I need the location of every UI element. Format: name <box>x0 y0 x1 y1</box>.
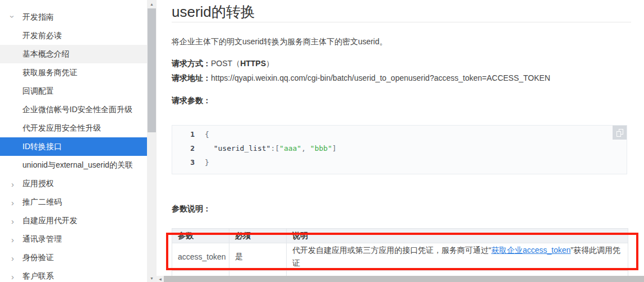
line-number: 2 <box>180 141 195 155</box>
sidebar-scrollbar[interactable]: ▲ ▼ <box>147 0 157 282</box>
sidebar-item-9[interactable]: ›应用授权 <box>0 174 147 193</box>
col-header-description: 说明 <box>287 229 628 243</box>
sidebar-item-13[interactable]: ›身份验证 <box>0 248 147 267</box>
sidebar-item-8[interactable]: unionid与external_userid的关联 <box>0 156 147 174</box>
sidebar-item-label: 企业微信帐号ID安全性全面升级 <box>22 105 132 115</box>
chevron-right-icon: › <box>11 216 14 225</box>
horizontal-scrollbar[interactable]: ◀ <box>157 276 644 282</box>
request-body-code-block: 1{2 "userid_list":["aaa", "bbb"]3} <box>172 125 627 174</box>
sidebar-item-2[interactable]: 基本概念介绍 <box>0 45 147 63</box>
code-line-2: 2 "userid_list":["aaa", "bbb"] <box>172 141 627 155</box>
chevron-right-icon: › <box>11 198 14 206</box>
chevron-right-icon: › <box>11 253 14 262</box>
page-title: userid的转换 <box>172 2 644 21</box>
intro-text: 将企业主体下的明文userid转换为服务商主体下的密文userid。 <box>172 36 631 47</box>
request-method-pre: POST（ <box>211 59 240 68</box>
code-line-1: 1{ <box>172 127 627 141</box>
sidebar-item-1[interactable]: 开发前必读 <box>0 26 147 45</box>
request-method-post: ） <box>266 59 274 68</box>
main-content: userid的转换 将企业主体下的明文userid转换为服务商主体下的密文use… <box>157 0 644 276</box>
sidebar-item-5[interactable]: 企业微信帐号ID安全性全面升级 <box>0 100 147 119</box>
sidebar-item-label: 获取服务商凭证 <box>22 68 77 78</box>
docs-page: ›开发指南开发前必读基本概念介绍获取服务商凭证回调配置企业微信帐号ID安全性全面… <box>0 0 644 282</box>
col-header-param: 参数 <box>172 229 229 243</box>
sidebar-item-12[interactable]: ›通讯录管理 <box>0 230 147 248</box>
copy-icon <box>617 129 623 137</box>
code-text: } <box>205 155 209 169</box>
request-method-label: 请求方式： <box>172 59 211 68</box>
code-text: "userid_list":["aaa", "bbb"] <box>205 141 337 155</box>
scroll-left-arrow-icon[interactable]: ◀ <box>157 276 164 282</box>
param-name-cell: access_token <box>172 243 229 271</box>
sidebar-item-label: 应用授权 <box>22 179 54 189</box>
code-text: { <box>205 127 209 141</box>
param-description-cell: 代开发自建应用或第三方应用的接口凭证，服务商可通过“获取企业access_tok… <box>287 243 628 271</box>
col-header-required: 必须 <box>229 229 287 243</box>
access-token-doc-link[interactable]: 获取企业access_token <box>491 246 571 255</box>
sidebar-item-14[interactable]: ›客户联系 <box>0 267 147 282</box>
table-row: access_token 是 代开发自建应用或第三方应用的接口凭证，服务商可通过… <box>172 243 628 271</box>
request-method-protocol: HTTPS <box>240 59 266 68</box>
request-meta: 请求方式：POST（HTTPS） 请求地址：https://qyapi.weix… <box>172 56 644 85</box>
sidebar-item-label: 推广二维码 <box>22 197 62 207</box>
request-url-line: 请求地址：https://qyapi.weixin.qq.com/cgi-bin… <box>172 71 644 85</box>
title-divider <box>172 22 631 22</box>
chevron-right-icon: › <box>11 235 14 243</box>
sidebar-item-label: 代开发应用安全性升级 <box>22 123 101 133</box>
code-line-3: 3} <box>172 155 627 169</box>
request-method-line: 请求方式：POST（HTTPS） <box>172 56 644 71</box>
sidebar-item-label: unionid与external_userid的关联 <box>22 160 133 170</box>
chevron-right-icon: › <box>11 272 14 280</box>
params-table: 参数 必须 说明 access_token 是 代开发自建应用或第三方应用的接口… <box>172 228 628 276</box>
sidebar-scrollbar-thumb[interactable] <box>148 8 156 132</box>
table-row-clipped <box>172 271 628 276</box>
copy-button[interactable] <box>613 126 627 140</box>
chevron-right-icon: › <box>11 179 14 188</box>
sidebar-item-label: 自建应用代开发 <box>22 216 77 226</box>
sidebar-item-6[interactable]: 代开发应用安全性升级 <box>0 119 147 137</box>
sidebar-item-10[interactable]: ›推广二维码 <box>0 193 147 211</box>
sidebar-item-label: 回调配置 <box>22 86 54 96</box>
request-url-label: 请求地址： <box>172 73 211 82</box>
sidebar-item-label: 客户联系 <box>22 271 54 281</box>
sidebar-item-label: 开发指南 <box>22 12 54 22</box>
sidebar-item-11[interactable]: ›自建应用代开发 <box>0 211 147 230</box>
scroll-up-arrow-icon[interactable]: ▲ <box>147 0 157 8</box>
description-text-pre: 代开发自建应用或第三方应用的接口凭证，服务商可通过“ <box>292 246 491 255</box>
line-number: 1 <box>180 127 195 141</box>
request-url-value: https://qyapi.weixin.qq.com/cgi-bin/batc… <box>211 73 550 82</box>
scroll-down-arrow-icon[interactable]: ▼ <box>147 274 157 282</box>
sidebar-item-label: 身份验证 <box>22 253 54 263</box>
sidebar-item-label: 通讯录管理 <box>22 234 62 244</box>
params-desc-label: 参数说明： <box>172 203 644 214</box>
request-params-label: 请求参数： <box>172 95 644 106</box>
param-required-cell: 是 <box>229 243 287 271</box>
sidebar-item-label: 基本概念介绍 <box>22 49 70 59</box>
sidebar-item-3[interactable]: 获取服务商凭证 <box>0 63 147 82</box>
line-number: 3 <box>180 155 195 169</box>
sidebar-item-7[interactable]: ID转换接口 <box>0 137 147 156</box>
horizontal-scrollbar-thumb[interactable] <box>164 276 644 282</box>
sidebar-nav: ›开发指南开发前必读基本概念介绍获取服务商凭证回调配置企业微信帐号ID安全性全面… <box>0 0 147 282</box>
table-header-row: 参数 必须 说明 <box>172 229 628 243</box>
code-lines: 1{2 "userid_list":["aaa", "bbb"]3} <box>172 127 627 169</box>
sidebar-item-0[interactable]: ›开发指南 <box>0 8 147 26</box>
sidebar-item-4[interactable]: 回调配置 <box>0 82 147 100</box>
sidebar-item-label: 开发前必读 <box>22 31 62 41</box>
sidebar-item-label: ID转换接口 <box>22 142 62 152</box>
chevron-down-icon: › <box>8 15 17 18</box>
